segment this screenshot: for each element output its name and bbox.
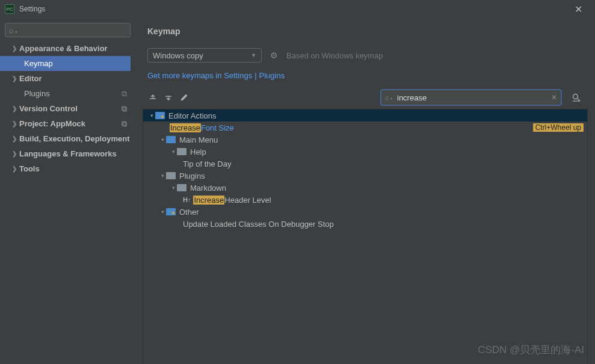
chevron-right-icon: ❯ xyxy=(12,135,19,142)
tree-item-increase-font[interactable]: Increase Font Size Ctrl+Wheel up xyxy=(143,122,587,134)
project-tag-icon: ⧉ xyxy=(122,119,127,129)
tree-group-main-menu[interactable]: ▾ Main Menu xyxy=(143,134,587,146)
tree-label: Markdown xyxy=(190,184,226,193)
sidebar-item-label: Plugins xyxy=(24,89,50,98)
sidebar-item-plugins[interactable]: Plugins⧉ xyxy=(5,86,131,101)
sidebar-item-editor[interactable]: ❯Editor xyxy=(5,71,131,86)
keymap-search-input[interactable] xyxy=(397,93,551,102)
sidebar-item-tools[interactable]: ❯Tools xyxy=(5,161,131,176)
chevron-down-icon: ▾ xyxy=(170,185,177,191)
plugin-links: Get more keymaps in Settings|Plugins xyxy=(147,71,583,80)
chevron-right-icon: ❯ xyxy=(12,75,19,82)
svg-point-0 xyxy=(573,94,578,99)
sidebar-search[interactable]: ⌕▾ xyxy=(5,23,131,37)
chevron-down-icon: ▾ xyxy=(148,113,155,119)
folder-icon xyxy=(177,184,187,191)
folder-icon xyxy=(166,136,176,143)
expand-all-icon[interactable] xyxy=(147,92,158,103)
chevron-right-icon: ❯ xyxy=(12,105,19,112)
tree-label: Help xyxy=(190,147,206,156)
chevron-down-icon: ▾ xyxy=(170,149,177,155)
chevron-right-icon: ❯ xyxy=(12,165,19,172)
keymap-toolbar: ⌕▾ ✕ xyxy=(147,90,583,105)
close-button[interactable]: ✕ xyxy=(566,4,590,15)
header-icon: H↑ xyxy=(183,196,191,203)
tree-item-update-classes[interactable]: Update Loaded Classes On Debugger Stop xyxy=(143,218,587,230)
sidebar-item-label: Project: AppMock xyxy=(19,119,85,128)
main-panel: Keymap Windows copy ▼ ⚙ Based on Windows… xyxy=(135,18,595,364)
tree-group-help[interactable]: ▾ Help xyxy=(143,146,587,158)
link-plugins[interactable]: Plugins xyxy=(259,71,285,80)
tree-label: Other xyxy=(179,208,199,217)
sidebar-item-label: Editor xyxy=(19,74,42,83)
sidebar-item-keymap[interactable]: Keymap xyxy=(5,56,131,71)
sidebar-item-label: Version Control xyxy=(19,104,78,113)
page-title: Keymap xyxy=(147,26,583,36)
sidebar-item-label: Build, Execution, Deployment xyxy=(19,134,129,143)
sidebar-item-appearance-behavior[interactable]: ❯Appearance & Behavior xyxy=(5,41,131,56)
folder-icon xyxy=(166,172,176,179)
tree-label: Header Level xyxy=(224,196,271,205)
tree-label: Main Menu xyxy=(179,135,218,144)
action-tree[interactable]: ▾ Editor Actions Increase Font Size Ctrl… xyxy=(143,109,588,364)
based-on-hint: Based on Windows keymap xyxy=(286,51,383,60)
project-tag-icon: ⧉ xyxy=(122,104,127,114)
chevron-right-icon: ❯ xyxy=(12,120,19,127)
sidebar-item-languages-frameworks[interactable]: ❯Languages & Frameworks xyxy=(5,146,131,161)
search-icon: ⌕▾ xyxy=(9,26,19,35)
shortcut-badge: Ctrl+Wheel up xyxy=(533,123,584,132)
highlight: Increase xyxy=(170,123,201,132)
highlight: Increase xyxy=(193,196,224,205)
chevron-right-icon: ❯ xyxy=(12,45,19,52)
chevron-down-icon: ▾ xyxy=(159,137,166,143)
tree-label: Tip of the Day xyxy=(183,159,231,168)
tree-group-editor-actions[interactable]: ▾ Editor Actions xyxy=(143,110,587,122)
tree-group-plugins[interactable]: ▾ Plugins xyxy=(143,170,587,182)
collapse-all-icon[interactable] xyxy=(163,92,174,103)
folder-icon xyxy=(177,148,187,155)
tree-label: Editor Actions xyxy=(168,111,217,120)
scheme-name: Windows copy xyxy=(153,51,203,60)
sidebar-item-version-control[interactable]: ❯Version Control⧉ xyxy=(5,101,131,116)
sidebar-item-build-execution-deployment[interactable]: ❯Build, Execution, Deployment xyxy=(5,131,131,146)
sidebar-item-label: Tools xyxy=(19,164,40,173)
sidebar-nav: ❯Appearance & BehaviorKeymap❯EditorPlugi… xyxy=(5,41,131,176)
chevron-down-icon: ▾ xyxy=(159,209,166,215)
tree-item-increase-header[interactable]: H↑ Increase Header Level xyxy=(143,194,587,206)
tree-label: Plugins xyxy=(179,171,205,180)
app-icon: PC xyxy=(5,4,14,14)
link-get-keymaps[interactable]: Get more keymaps in Settings xyxy=(147,71,252,80)
title-bar: PC Settings ✕ xyxy=(0,0,595,18)
folder-icon xyxy=(155,112,165,119)
sidebar-item-label: Keymap xyxy=(24,59,53,68)
tree-group-other[interactable]: ▾ Other xyxy=(143,206,587,218)
keymap-search-field[interactable]: ⌕▾ ✕ xyxy=(381,90,561,105)
gear-icon[interactable]: ⚙ xyxy=(270,51,278,60)
tree-item-tip-of-day[interactable]: Tip of the Day xyxy=(143,158,587,170)
folder-icon xyxy=(166,208,176,215)
sidebar-item-label: Languages & Frameworks xyxy=(19,149,117,158)
chevron-down-icon: ▾ xyxy=(159,173,166,179)
tree-label: Font Size xyxy=(201,123,234,132)
chevron-right-icon: ❯ xyxy=(12,150,19,157)
tree-label: Update Loaded Classes On Debugger Stop xyxy=(183,220,334,229)
search-icon: ⌕▾ xyxy=(385,93,393,102)
tree-group-markdown[interactable]: ▾ Markdown xyxy=(143,182,587,194)
settings-sidebar: ⌕▾ ❯Appearance & BehaviorKeymap❯EditorPl… xyxy=(0,18,135,364)
find-by-shortcut-icon[interactable] xyxy=(570,91,583,104)
project-tag-icon: ⧉ xyxy=(122,89,127,99)
chevron-down-icon: ▼ xyxy=(251,52,256,58)
window-title: Settings xyxy=(19,5,566,13)
keymap-scheme-dropdown[interactable]: Windows copy ▼ xyxy=(147,48,262,63)
clear-icon[interactable]: ✕ xyxy=(551,93,557,102)
sidebar-item-label: Appearance & Behavior xyxy=(19,44,108,53)
sidebar-item-project-appmock[interactable]: ❯Project: AppMock⧉ xyxy=(5,116,131,131)
edit-icon[interactable] xyxy=(179,92,190,103)
